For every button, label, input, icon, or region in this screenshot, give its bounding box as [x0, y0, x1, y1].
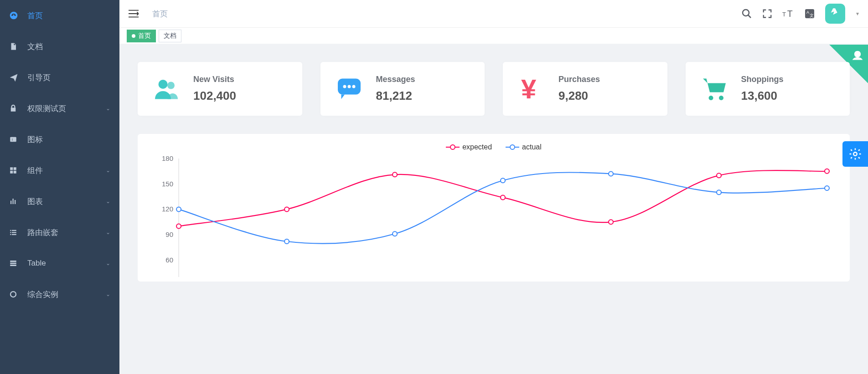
legend-marker-icon — [506, 144, 519, 150]
svg-line-20 — [748, 15, 751, 18]
chevron-down-icon: ⌄ — [106, 167, 110, 174]
chevron-down-icon: ⌄ — [106, 198, 110, 205]
list-icon — [9, 228, 22, 236]
sidebar-item-example[interactable]: 综合实例 ⌄ — [0, 279, 119, 310]
stat-card-messages[interactable]: Messages 81,212 — [320, 62, 485, 116]
svg-rect-6 — [10, 201, 11, 205]
circle-icon — [9, 290, 22, 298]
cart-icon — [698, 73, 730, 105]
svg-text:T: T — [787, 9, 793, 19]
sidebar-item-nested[interactable]: 路由嵌套 ⌄ — [0, 217, 119, 248]
line-chart: 6090120150180 — [151, 154, 836, 282]
stat-value: 81,212 — [376, 89, 415, 103]
hamburger-icon[interactable] — [129, 10, 139, 18]
svg-point-33 — [708, 96, 713, 100]
chevron-down-icon: ⌄ — [106, 291, 110, 297]
sidebar-item-guide[interactable]: 引导页 — [0, 62, 119, 93]
legend-expected[interactable]: expected — [446, 143, 492, 151]
topbar: 首页 TT A文 ▾ — [119, 0, 868, 27]
line-chart-panel: expected actual 6090120150180 — [138, 134, 850, 282]
sidebar-item-charts[interactable]: 图表 ⌄ — [0, 186, 119, 217]
stat-title: New Visits — [193, 75, 236, 84]
svg-point-55 — [501, 178, 505, 183]
svg-point-27 — [167, 82, 175, 89]
sidebar-item-label: 路由嵌套 — [27, 227, 106, 238]
sidebar-item-label: 组件 — [27, 165, 106, 176]
sidebar-item-docs[interactable]: 文档 — [0, 31, 119, 62]
svg-point-57 — [717, 190, 721, 195]
yen-icon: ¥ — [516, 73, 548, 105]
legend-label: expected — [462, 143, 492, 151]
svg-rect-4 — [10, 171, 13, 174]
sidebar: 首页 文档 引导页 权限测试页 ⌄ I 图标 — [0, 0, 119, 374]
settings-fab[interactable] — [842, 141, 868, 167]
svg-rect-0 — [10, 137, 16, 142]
stat-card-shoppings[interactable]: Shoppings 13,600 — [686, 62, 850, 116]
tags-bar: 首页 文档 — [119, 27, 868, 44]
translate-icon[interactable]: A文 — [804, 8, 815, 19]
tag-docs[interactable]: 文档 — [159, 30, 181, 42]
svg-rect-14 — [12, 234, 16, 235]
sidebar-item-icons[interactable]: I 图标 — [0, 124, 119, 155]
svg-rect-2 — [10, 167, 13, 170]
sidebar-item-table[interactable]: Table ⌄ — [0, 248, 119, 279]
sidebar-item-home[interactable]: 首页 — [0, 0, 119, 31]
stat-title: Purchases — [558, 75, 600, 84]
fullscreen-icon[interactable] — [762, 9, 772, 19]
table-icon — [9, 259, 22, 267]
svg-text:文: 文 — [810, 13, 814, 18]
svg-rect-10 — [12, 230, 16, 231]
sidebar-item-label: 引导页 — [27, 72, 110, 83]
svg-point-49 — [609, 220, 613, 224]
svg-text:60: 60 — [165, 256, 173, 264]
stat-card-purchases[interactable]: ¥ Purchases 9,280 — [503, 62, 667, 116]
chevron-down-icon: ⌄ — [106, 260, 110, 266]
svg-point-56 — [609, 171, 613, 176]
dashboard-icon — [9, 11, 22, 20]
people-icon — [150, 73, 182, 105]
svg-point-19 — [743, 10, 749, 16]
svg-rect-7 — [13, 199, 14, 204]
tag-home[interactable]: 首页 — [127, 30, 156, 42]
avatar[interactable] — [825, 4, 845, 24]
chevron-down-icon: ⌄ — [106, 105, 110, 112]
svg-point-52 — [176, 207, 181, 211]
icons-icon: I — [9, 135, 22, 143]
lock-icon — [9, 104, 22, 113]
sidebar-item-label: 权限测试页 — [27, 103, 106, 114]
svg-point-53 — [284, 239, 289, 244]
svg-point-59 — [853, 152, 857, 156]
sidebar-item-label: 首页 — [27, 10, 110, 21]
svg-text:¥: ¥ — [521, 75, 537, 102]
sidebar-item-label: 图标 — [27, 134, 110, 145]
fontsize-icon[interactable]: TT — [782, 9, 794, 19]
stat-title: Shoppings — [741, 75, 784, 84]
svg-point-30 — [347, 85, 351, 88]
svg-text:120: 120 — [162, 205, 173, 213]
svg-point-48 — [501, 195, 505, 200]
sidebar-item-components[interactable]: 组件 ⌄ — [0, 155, 119, 186]
search-icon[interactable] — [741, 8, 752, 19]
dashboard-content: New Visits 102,400 Messages 81,212 ¥ — [119, 44, 868, 374]
svg-rect-8 — [15, 200, 16, 204]
svg-point-18 — [10, 292, 16, 297]
legend-actual[interactable]: actual — [506, 143, 542, 151]
main-area: 首页 TT A文 ▾ 首页 — [119, 0, 868, 374]
stat-card-new-visits[interactable]: New Visits 102,400 — [138, 62, 302, 116]
svg-point-45 — [176, 224, 181, 229]
chart-legend: expected actual — [151, 143, 836, 151]
sidebar-item-label: 文档 — [27, 41, 110, 52]
dropdown-caret-icon[interactable]: ▾ — [856, 10, 859, 17]
svg-text:150: 150 — [162, 180, 173, 188]
document-icon — [9, 42, 22, 51]
sidebar-item-permission[interactable]: 权限测试页 ⌄ — [0, 93, 119, 124]
svg-text:90: 90 — [165, 231, 173, 238]
chart-icon — [9, 197, 22, 205]
svg-text:A: A — [806, 10, 809, 15]
stat-value: 9,280 — [558, 89, 600, 103]
legend-marker-icon — [446, 144, 460, 150]
svg-text:180: 180 — [162, 154, 173, 162]
svg-point-26 — [159, 80, 168, 89]
svg-rect-9 — [10, 230, 11, 231]
svg-rect-3 — [14, 167, 16, 170]
